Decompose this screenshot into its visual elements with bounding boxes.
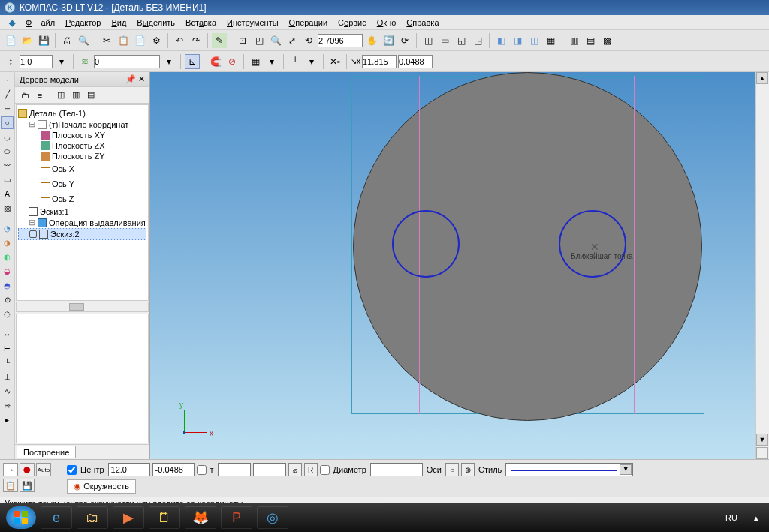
menu-edit[interactable]: Редактор	[61, 17, 105, 28]
tool-line-icon[interactable]: ─	[1, 102, 14, 115]
grid-dd-icon[interactable]: ▾	[264, 54, 279, 69]
auto-button[interactable]: Auto	[36, 463, 51, 476]
taskbar-kompas-icon[interactable]: ◎	[257, 506, 288, 529]
step-input[interactable]	[20, 55, 53, 68]
tool-g5-icon[interactable]: ◓	[1, 279, 14, 292]
taskbar-ie-icon[interactable]: e	[41, 506, 72, 529]
tool-g6-icon[interactable]: ⊙	[1, 293, 14, 306]
copy-icon[interactable]: 📋	[116, 33, 131, 48]
t-check[interactable]	[197, 465, 207, 475]
start-button[interactable]	[6, 506, 36, 529]
menu-help[interactable]: Справка	[402, 17, 443, 28]
taskbar-lang[interactable]: RU	[718, 513, 745, 522]
menu-tools[interactable]: Инструменты	[222, 17, 283, 28]
axes-on-button[interactable]: ⊕	[461, 463, 475, 476]
tree-extrude[interactable]: ⊞Операция выдавливания	[18, 217, 146, 228]
tree-axis-y[interactable]: Ось Y	[18, 176, 146, 191]
zoom-scale-icon[interactable]: ⤢	[285, 33, 300, 48]
persp-icon[interactable]: ▥	[566, 33, 581, 48]
cut-icon[interactable]: ✂	[99, 33, 114, 48]
localcs-icon[interactable]: └	[288, 54, 303, 69]
stop-button[interactable]: →	[3, 463, 18, 476]
taskbar-media-icon[interactable]: ▶	[113, 506, 144, 529]
props-icon[interactable]: ⚙	[149, 33, 164, 48]
paste-icon[interactable]: 📄	[132, 33, 147, 48]
snap-point-icon[interactable]: ✕▫	[327, 54, 342, 69]
tool-rect-icon[interactable]: ▭	[1, 173, 14, 186]
tree-plane-zx[interactable]: Плоскость ZX	[18, 140, 146, 151]
diameter-input[interactable]	[370, 463, 423, 476]
tool-n2-icon[interactable]: └	[1, 356, 14, 369]
dropdown-icon[interactable]: ▾	[54, 54, 69, 69]
tool-circle-icon[interactable]: ○	[1, 116, 14, 129]
coord-y-input[interactable]	[398, 55, 433, 68]
tool-n1-icon[interactable]: ⊢	[1, 342, 14, 355]
tree-btn2-icon[interactable]: ≡	[33, 89, 47, 102]
open-icon[interactable]: 📂	[20, 33, 35, 48]
zoom-prev-icon[interactable]: ⟲	[301, 33, 316, 48]
tree-plane-zy[interactable]: Плоскость ZY	[18, 151, 146, 161]
menu-window[interactable]: Окно	[372, 17, 401, 28]
tool-hatch-icon[interactable]: ▨	[1, 202, 14, 215]
t1-input[interactable]	[218, 463, 251, 476]
canvas-area[interactable]: ✕ Ближайшая точка x y	[150, 72, 755, 459]
copy-prop-button[interactable]: 📋	[3, 479, 18, 492]
view-cube1-icon[interactable]: ◱	[454, 33, 469, 48]
tool-arc-icon[interactable]: ◡	[1, 131, 14, 143]
tree-hscroll[interactable]	[16, 302, 149, 312]
tree-btn3-icon[interactable]: ◫	[54, 89, 68, 102]
tool-g4-icon[interactable]: ◒	[1, 265, 14, 278]
tree-sketch2[interactable]: Эскиз:2	[18, 228, 146, 240]
redo-icon[interactable]: ↷	[188, 33, 204, 48]
tool-n3-icon[interactable]: ⊥	[1, 371, 14, 383]
tree-plane-xy[interactable]: Плоскость XY	[18, 130, 146, 140]
tool-arrow-icon[interactable]: ▸	[1, 413, 14, 426]
axes-off-button[interactable]: ○	[445, 463, 459, 476]
new-icon[interactable]: 📄	[3, 33, 18, 48]
snap1-icon[interactable]: 🧲	[208, 54, 223, 69]
ortho-icon[interactable]: ⊾	[185, 54, 200, 69]
tool-g1-icon[interactable]: ◔	[1, 222, 14, 235]
layer-icon[interactable]: ≋	[77, 54, 92, 69]
preview-icon[interactable]: 🔍	[76, 33, 91, 48]
hidden-icon[interactable]: ▦	[543, 33, 558, 48]
rotate-icon[interactable]: 🔄	[381, 33, 396, 48]
diam-check[interactable]	[320, 465, 330, 475]
canvas-vscroll[interactable]: ▲ ▼	[755, 72, 769, 459]
tree-btn1-icon[interactable]: 🗀	[18, 89, 32, 102]
pan-icon[interactable]: ✋	[364, 33, 379, 48]
tool-g2-icon[interactable]: ◑	[1, 236, 14, 249]
refresh-icon[interactable]: ⟳	[397, 33, 412, 48]
scale-input[interactable]	[318, 34, 363, 47]
tree-axis-z[interactable]: Ось Z	[18, 191, 146, 206]
menu-view[interactable]: Вид	[107, 17, 131, 28]
view-iso-icon[interactable]: ◫	[421, 33, 436, 48]
shade1-icon[interactable]: ◧	[493, 33, 508, 48]
tree-root[interactable]: Деталь (Тел-1)	[18, 108, 146, 119]
center-y-input[interactable]	[152, 463, 195, 476]
zoom-in-icon[interactable]: 🔍	[268, 33, 283, 48]
taskbar-tray-icon[interactable]: ▴	[749, 506, 763, 529]
tool-n5-icon[interactable]: ≋	[1, 399, 14, 412]
zoom-fit-icon[interactable]: ⊡	[235, 33, 250, 48]
sketch-icon[interactable]: ✎	[212, 33, 227, 48]
close-icon[interactable]: ✕	[138, 74, 145, 83]
scroll-down-icon[interactable]: ▼	[756, 434, 768, 446]
print-icon[interactable]: 🖨	[59, 33, 74, 48]
taskbar-notes-icon[interactable]: 🗒	[149, 506, 180, 529]
tool-spline-icon[interactable]: 〰	[1, 159, 14, 172]
taskbar-ppt-icon[interactable]: P	[221, 506, 252, 529]
grid-icon[interactable]: ▦	[248, 54, 263, 69]
undo-icon[interactable]: ↶	[172, 33, 187, 48]
tree-origin[interactable]: ⊟(т)Начало координат	[18, 119, 146, 130]
app-menu-icon[interactable]: ◆	[5, 17, 20, 28]
menu-select[interactable]: Выделить	[132, 17, 179, 28]
dropdown2-icon[interactable]: ▾	[161, 54, 176, 69]
layer-input[interactable]	[94, 55, 160, 68]
cancel-button[interactable]: ⬣	[20, 463, 35, 476]
zoom-window-icon[interactable]: ◰	[252, 33, 267, 48]
view-cube2-icon[interactable]: ◳	[470, 33, 485, 48]
chevron-down-icon[interactable]: ▼	[620, 464, 632, 475]
tab-circle[interactable]: ◉ Окружность	[67, 479, 136, 494]
save-icon[interactable]: 💾	[36, 33, 51, 48]
